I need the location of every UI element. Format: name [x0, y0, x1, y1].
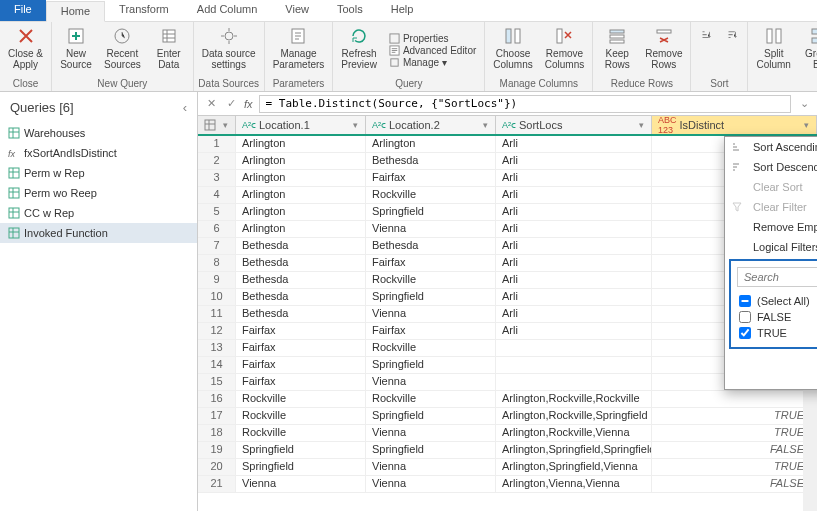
filter-checkbox[interactable]	[739, 295, 751, 307]
cell[interactable]: Fairfax	[366, 255, 496, 271]
column-header-isdistinct[interactable]: ABC123IsDistinct▾	[652, 116, 817, 134]
cell[interactable]: Arlington,Rockville,Vienna	[496, 425, 652, 441]
cell[interactable]: Arlington	[236, 187, 366, 203]
cell[interactable]: Arlington	[236, 170, 366, 186]
cell[interactable]: Arlington	[236, 204, 366, 220]
advanced-editor-button[interactable]: Advanced Editor	[389, 45, 476, 56]
cell[interactable]: Bethesda	[236, 306, 366, 322]
cell[interactable]: Arli	[496, 204, 652, 220]
table-row[interactable]: 19SpringfieldSpringfieldArlington,Spring…	[198, 442, 817, 459]
recent-sources-button[interactable]: Recent Sources	[100, 24, 145, 77]
cell[interactable]: Springfield	[236, 442, 366, 458]
cell[interactable]	[652, 391, 817, 407]
tab-home[interactable]: Home	[46, 1, 105, 22]
cell[interactable]: Fairfax	[236, 340, 366, 356]
cell[interactable]: Arli	[496, 170, 652, 186]
cell[interactable]: Arli	[496, 255, 652, 271]
cell[interactable]: Bethesda	[366, 238, 496, 254]
remove-columns-button[interactable]: Remove Columns	[541, 24, 588, 77]
cell[interactable]: Rockville	[236, 425, 366, 441]
sort-asc-button[interactable]	[695, 24, 717, 77]
data-source-settings-button[interactable]: Data source settings	[198, 24, 260, 77]
row-header-corner[interactable]: ▾	[198, 116, 236, 134]
query-item[interactable]: fxfxSortAndIsDistinct	[0, 143, 197, 163]
cell[interactable]: TRUE	[652, 459, 817, 475]
cell[interactable]: Springfield	[366, 289, 496, 305]
cell[interactable]: FALSE	[652, 442, 817, 458]
query-item[interactable]: Warehouses	[0, 123, 197, 143]
table-row[interactable]: 18RockvilleViennaArlington,Rockville,Vie…	[198, 425, 817, 442]
cell[interactable]: Arlington	[236, 136, 366, 152]
refresh-preview-button[interactable]: Refresh Preview	[337, 24, 381, 77]
filter-option[interactable]: TRUE	[737, 325, 817, 341]
cell[interactable]: Arli	[496, 238, 652, 254]
cell[interactable]: Vienna	[366, 425, 496, 441]
cell[interactable]: Fairfax	[236, 357, 366, 373]
cell[interactable]: Rockville	[366, 340, 496, 356]
cell[interactable]: Arlington,Vienna,Vienna	[496, 476, 652, 492]
table-row[interactable]: 21ViennaViennaArlington,Vienna,ViennaFAL…	[198, 476, 817, 493]
cell[interactable]: Arli	[496, 187, 652, 203]
cell[interactable]: Springfield	[366, 357, 496, 373]
cell[interactable]: Rockville	[366, 272, 496, 288]
cell[interactable]: Vienna	[366, 476, 496, 492]
cell[interactable]: Arlington,Rockville,Springfield	[496, 408, 652, 424]
cell[interactable]: Springfield	[366, 408, 496, 424]
cell[interactable]	[496, 374, 652, 390]
cell[interactable]: Bethesda	[366, 153, 496, 169]
close-apply-button[interactable]: Close & Apply	[4, 24, 47, 77]
query-item[interactable]: Perm w Rep	[0, 163, 197, 183]
table-row[interactable]: 17RockvilleSpringfieldArlington,Rockvill…	[198, 408, 817, 425]
cell[interactable]: Rockville	[366, 187, 496, 203]
cell[interactable]	[496, 340, 652, 356]
cell[interactable]: Arlington	[236, 153, 366, 169]
cell[interactable]: Rockville	[236, 408, 366, 424]
cell[interactable]: TRUE	[652, 425, 817, 441]
cell[interactable]: Bethesda	[236, 289, 366, 305]
table-row[interactable]: 16RockvilleRockvilleArlington,Rockville,…	[198, 391, 817, 408]
column-header-location1[interactable]: A²ᴄLocation.1▾	[236, 116, 366, 134]
sort-desc-button[interactable]	[721, 24, 743, 77]
cell[interactable]: Arli	[496, 136, 652, 152]
cell[interactable]: Fairfax	[366, 323, 496, 339]
cell[interactable]: Vienna	[236, 476, 366, 492]
choose-columns-button[interactable]: Choose Columns	[489, 24, 536, 77]
keep-rows-button[interactable]: Keep Rows	[597, 24, 637, 77]
cell[interactable]: Arli	[496, 272, 652, 288]
cell[interactable]: Arlington,Rockville,Rockville	[496, 391, 652, 407]
group-by-button[interactable]: Group By	[799, 24, 817, 77]
filter-search-input[interactable]	[737, 267, 817, 287]
cell[interactable]: Fairfax	[366, 170, 496, 186]
cell[interactable]: Bethesda	[236, 238, 366, 254]
cell[interactable]: Vienna	[366, 306, 496, 322]
logical-filters-item[interactable]: Logical Filters▸	[725, 237, 817, 257]
split-column-button[interactable]: Split Column	[752, 24, 794, 77]
cell[interactable]: Bethesda	[236, 272, 366, 288]
tab-tools[interactable]: Tools	[323, 0, 377, 21]
collapse-queries-icon[interactable]: ‹	[183, 100, 187, 115]
cell[interactable]: Springfield	[236, 459, 366, 475]
formula-input[interactable]	[259, 95, 791, 113]
tab-addcolumn[interactable]: Add Column	[183, 0, 272, 21]
cell[interactable]: Rockville	[366, 391, 496, 407]
cell[interactable]: Fairfax	[236, 323, 366, 339]
cell[interactable]: Arli	[496, 221, 652, 237]
tab-help[interactable]: Help	[377, 0, 428, 21]
manage-button[interactable]: Manage ▾	[389, 57, 476, 68]
cell[interactable]: Arlington	[366, 136, 496, 152]
cell[interactable]: Fairfax	[236, 374, 366, 390]
manage-parameters-button[interactable]: Manage Parameters	[269, 24, 329, 77]
query-item[interactable]: Perm wo Reep	[0, 183, 197, 203]
remove-empty-item[interactable]: Remove Empty	[725, 217, 817, 237]
filter-option[interactable]: FALSE	[737, 309, 817, 325]
column-header-sortlocs[interactable]: A²ᴄSortLocs▾	[496, 116, 652, 134]
cell[interactable]: Springfield	[366, 442, 496, 458]
tab-view[interactable]: View	[271, 0, 323, 21]
sort-ascending-item[interactable]: Sort Ascending	[725, 137, 817, 157]
remove-rows-button[interactable]: Remove Rows	[641, 24, 686, 77]
cell[interactable]: Vienna	[366, 459, 496, 475]
cell[interactable]: Arli	[496, 153, 652, 169]
cancel-formula-button[interactable]: ✕	[204, 97, 218, 111]
properties-button[interactable]: Properties	[389, 33, 476, 44]
query-item[interactable]: CC w Rep	[0, 203, 197, 223]
